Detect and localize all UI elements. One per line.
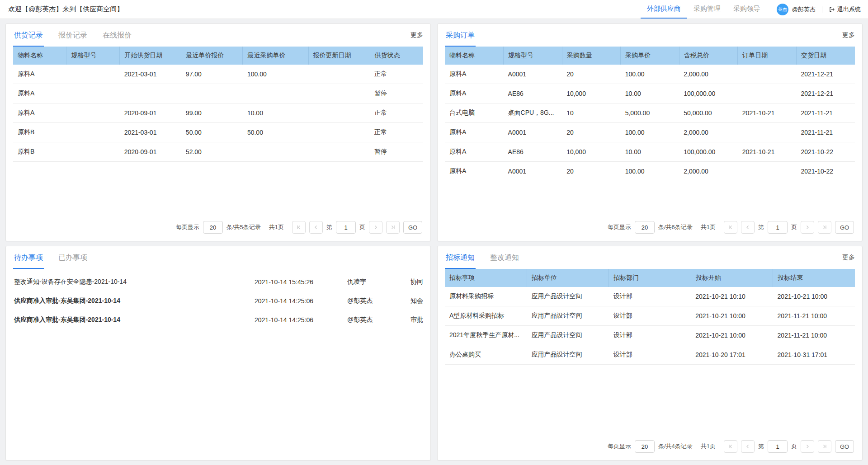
todo-item[interactable]: 供应商准入审批-东吴集团-2021-10-142021-10-14 14:25:…	[13, 310, 423, 329]
next-page-button[interactable]	[801, 440, 814, 453]
table-cell	[66, 65, 120, 84]
table-cell: 2021-10-21	[738, 103, 797, 123]
column-header: 报价更新日期	[308, 47, 370, 65]
table-row: 原料AA000120100.002,000.002021-11-21	[445, 123, 855, 142]
orders-more-link[interactable]: 更多	[842, 31, 855, 39]
table-header-row: 物料名称 规格型号 采购数量 采购单价 含税总价 订单日期 交货日期	[445, 47, 855, 65]
table-row: 原料AAE8610,00010.00100,000.002021-10-2120…	[445, 142, 855, 162]
prev-page-button[interactable]	[741, 221, 755, 234]
logout-button[interactable]: 退出系统	[829, 5, 861, 14]
table-cell: 原料A	[445, 142, 504, 162]
todo-person: @彭英杰	[347, 297, 401, 305]
table-row: 原料A2020-09-0199.0010.00正常	[13, 103, 423, 123]
avatar[interactable]: 英杰	[777, 4, 788, 15]
nav-item-purchase-leader[interactable]: 采购领导	[727, 0, 767, 19]
todo-tag: 协同	[401, 278, 423, 286]
last-page-button[interactable]	[386, 221, 400, 234]
table-row: 台式电脑桌面CPU，8G...105,000.0050,000.002021-1…	[445, 103, 855, 123]
main-nav: 外部供应商 采购管理 采购领导	[641, 0, 767, 19]
page-number-input[interactable]	[768, 440, 788, 453]
bidding-panel-header: 招标通知 整改通知 更多	[445, 246, 855, 269]
todo-tabs: 待办事项 已办事项	[13, 246, 88, 269]
todo-item[interactable]: 整改通知-设备存在安全隐患-2021-10-142021-10-14 15:45…	[13, 272, 423, 291]
table-row: 原料AA000120100.002,000.002021-10-22	[445, 162, 855, 181]
per-page-label: 每页显示	[176, 223, 199, 231]
page-prefix-label: 第	[758, 223, 764, 231]
table-cell	[308, 84, 370, 103]
table-cell	[66, 123, 120, 142]
table-cell: 10.00	[621, 142, 679, 162]
table-cell: 100.00	[621, 162, 679, 181]
table-cell	[308, 103, 370, 123]
table-cell: 2,000.00	[679, 65, 738, 84]
column-header: 物料名称	[445, 47, 504, 65]
todo-item[interactable]: 供应商准入审批-东吴集团-2021-10-142021-10-14 14:25:…	[13, 291, 423, 310]
todo-time: 2021-10-14 15:45:26	[255, 278, 347, 286]
per-page-input[interactable]	[635, 221, 655, 234]
table-cell: 2021-10-21 10:00	[773, 287, 855, 306]
tab-todo-items[interactable]: 待办事项	[13, 246, 44, 269]
purchase-orders-panel: 采购订单 更多 物料名称 规格型号 采购数量 采购单价 含税总价 订单日期 交货…	[437, 23, 863, 241]
table-cell: 20	[562, 65, 621, 84]
table-cell: 正常	[370, 123, 423, 142]
tab-online-quote[interactable]: 在线报价	[102, 24, 132, 47]
tab-supply-records[interactable]: 供货记录	[13, 24, 44, 47]
tab-bid-notice[interactable]: 招标通知	[445, 246, 476, 269]
first-page-button[interactable]	[724, 221, 737, 234]
table-cell: 2021-03-01	[120, 65, 181, 84]
column-header: 含税总价	[679, 47, 738, 65]
table-cell: A0001	[504, 65, 562, 84]
tab-done-items[interactable]: 已办事项	[57, 246, 88, 269]
last-page-button[interactable]	[818, 440, 831, 453]
todo-list: 整改通知-设备存在安全隐患-2021-10-142021-10-14 15:45…	[13, 269, 423, 329]
table-cell	[308, 65, 370, 84]
table-cell: 10.00	[621, 84, 679, 103]
todo-panel-header: 待办事项 已办事项	[13, 246, 423, 269]
nav-item-external-supplier[interactable]: 外部供应商	[641, 0, 687, 19]
tab-purchase-orders[interactable]: 采购订单	[445, 24, 476, 47]
page-number-input[interactable]	[336, 221, 356, 234]
prev-page-button[interactable]	[309, 221, 323, 234]
page-number-input[interactable]	[768, 221, 788, 234]
per-page-input[interactable]	[203, 221, 223, 234]
table-row: 原料AAE8610,00010.00100,000.002021-12-21	[445, 84, 855, 103]
bidding-panel: 招标通知 整改通知 更多 招标事项 招标单位 招标部门 投标开始 投标结束 原材…	[437, 246, 863, 460]
table-cell: AE86	[504, 84, 562, 103]
go-button[interactable]: GO	[835, 221, 854, 234]
table-cell: 2021-12-21	[796, 65, 855, 84]
table-cell: 97.00	[181, 65, 243, 84]
page-prefix-label: 第	[326, 223, 332, 231]
tab-quote-records[interactable]: 报价记录	[57, 24, 88, 47]
go-button[interactable]: GO	[403, 221, 422, 234]
prev-page-button[interactable]	[741, 440, 755, 453]
table-cell: 设计部	[609, 345, 691, 365]
page-suffix-label: 页	[791, 223, 797, 231]
table-row: 原料B2021-03-0150.0050.00正常	[13, 123, 423, 142]
page-suffix-label: 页	[359, 223, 365, 231]
table-cell: 2021-11-21	[796, 123, 855, 142]
table-row: 原材料采购招标应用产品设计空间设计部2021-10-21 10:102021-1…	[445, 287, 855, 306]
table-row: 原料AA000120100.002,000.002021-12-21	[445, 65, 855, 84]
table-cell: 原料A	[445, 65, 504, 84]
per-page-input[interactable]	[635, 440, 655, 453]
go-button[interactable]: GO	[835, 440, 854, 453]
next-page-button[interactable]	[369, 221, 382, 234]
tab-rectify-notice[interactable]: 整改通知	[489, 246, 520, 269]
supply-pagination: 每页显示 条/共5条记录 共1页 第 页 GO	[13, 215, 423, 241]
first-page-button[interactable]	[292, 221, 306, 234]
table-cell: 100,000.00	[679, 142, 738, 162]
table-cell	[120, 84, 181, 103]
table-cell	[243, 142, 308, 162]
next-page-button[interactable]	[801, 221, 814, 234]
column-header: 交货日期	[796, 47, 855, 65]
nav-item-purchase-management[interactable]: 采购管理	[687, 0, 727, 19]
bidding-more-link[interactable]: 更多	[842, 254, 855, 262]
todo-time: 2021-10-14 14:25:06	[255, 316, 347, 324]
welcome-text: 欢迎【@彭英杰】来到【供应商空间】	[8, 5, 123, 14]
orders-panel-header: 采购订单 更多	[445, 24, 855, 47]
table-cell: 正常	[370, 103, 423, 123]
last-page-button[interactable]	[818, 221, 831, 234]
supply-more-link[interactable]: 更多	[410, 31, 423, 39]
first-page-button[interactable]	[724, 440, 737, 453]
table-cell: 100,000.00	[679, 84, 738, 103]
